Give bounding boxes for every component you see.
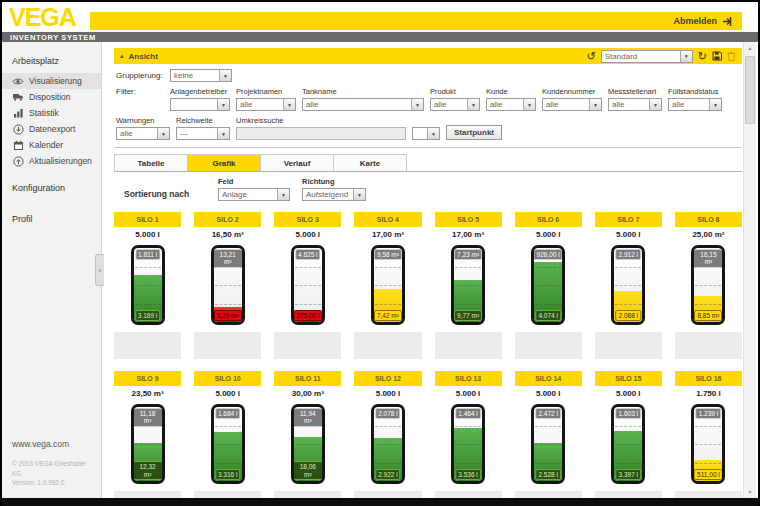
- silo-card[interactable]: SILO 9 23,50 m³ 11,18 m³ 12,32 m³: [114, 371, 181, 498]
- silo-card-footer: [515, 332, 582, 359]
- silo-fill-value: 12,32 m³: [132, 461, 163, 480]
- messstellenart-select[interactable]: alle ▼: [608, 98, 662, 111]
- sidebar-item-kalender[interactable]: Kalender: [2, 137, 101, 153]
- subtitle-text: INVENTORY SYSTEM: [2, 33, 96, 42]
- sidebar-section-profil[interactable]: Profil: [2, 214, 101, 224]
- umkreis-unit-select[interactable]: ▼: [412, 127, 440, 140]
- tank-gridline: [615, 444, 641, 445]
- silo-fill-value: 3.536 l: [455, 469, 481, 480]
- logout-button[interactable]: Abmelden: [673, 16, 717, 26]
- umkreissuche-input[interactable]: [236, 127, 406, 140]
- sidebar-item-visualisierung[interactable]: Visualisierung: [2, 73, 101, 89]
- silo-card[interactable]: SILO 15 5.000 l 1.603 l 3.397 l: [595, 371, 662, 498]
- warnungen-select[interactable]: alle ▼: [116, 127, 170, 140]
- history-icon[interactable]: ↺: [587, 51, 596, 62]
- refresh-icon[interactable]: ↻: [698, 51, 707, 62]
- tank-gridline: [135, 444, 161, 445]
- filter-panel: Gruppierung: keine ▼ Filter: Anlagenbetr…: [114, 64, 742, 148]
- silo-card[interactable]: SILO 7 5.000 l 2.912 l 2.088 l: [595, 212, 662, 359]
- silo-card[interactable]: SILO 10 5.000 l 1.684 l 3.316 l: [194, 371, 261, 498]
- fuellstandstatus-select[interactable]: alle ▼: [668, 98, 722, 111]
- silo-fill-value: 8,85 m³: [694, 310, 722, 321]
- silo-card[interactable]: SILO 1 5.000 l 1.811 l 3.189 l: [114, 212, 181, 359]
- silo-card[interactable]: SILO 14 5.000 l 2.472 l 2.528 l: [515, 371, 582, 498]
- silo-card[interactable]: SILO 13 5.000 l 1.464 l 3.536 l: [435, 371, 502, 498]
- sort-direction-select[interactable]: Aufsteigend ▼: [302, 188, 366, 201]
- silo-title: SILO 15: [595, 371, 662, 386]
- scrollbar-thumb[interactable]: [745, 56, 755, 124]
- produkt-select[interactable]: alle ▼: [430, 98, 480, 111]
- kundennummer-select[interactable]: alle ▼: [542, 98, 602, 111]
- bar-chart-icon: [12, 107, 24, 119]
- scroll-up-icon[interactable]: ▲: [744, 42, 756, 54]
- silo-fill-value: 3.397 l: [616, 469, 642, 480]
- tank-gridline: [455, 426, 481, 427]
- silo-fill-value: 3.316 l: [215, 469, 241, 480]
- silo-fill-value: 2.922 l: [375, 469, 401, 480]
- silo-card[interactable]: SILO 2 16,50 m³ 13,21 m³ 3,29 m³: [194, 212, 261, 359]
- silo-card-footer: [595, 491, 662, 498]
- silo-card[interactable]: SILO 3 5.000 l 4.625 l 375,00 l: [274, 212, 341, 359]
- website-link[interactable]: www.vega.com: [12, 439, 95, 449]
- tank-gridline: [215, 463, 241, 464]
- preset-select[interactable]: Standard ▼: [601, 50, 693, 63]
- silo-fill-value: 511,00 l: [694, 469, 723, 480]
- silo-card[interactable]: SILO 16 1.750 l 1.239 l 511,00 l: [675, 371, 742, 498]
- silo-tank: 2.912 l 2.088 l: [611, 245, 645, 325]
- scroll-down-icon[interactable]: ▼: [744, 486, 756, 498]
- silo-fill-value: 2.528 l: [535, 469, 561, 480]
- silo-tank-zone: 1.464 l 3.536 l: [435, 401, 502, 487]
- save-icon[interactable]: [712, 51, 722, 61]
- silo-card[interactable]: SILO 12 5.000 l 2.078 l 2.922 l: [354, 371, 421, 498]
- startpunkt-button[interactable]: Startpunkt: [446, 125, 502, 140]
- tank-gridline: [535, 267, 561, 268]
- tab-tabelle[interactable]: Tabelle: [114, 154, 188, 171]
- silo-card[interactable]: SILO 5 17,00 m³ 7,23 m³ 9,77 m³: [435, 212, 502, 359]
- tab-grafik[interactable]: Grafik: [187, 154, 261, 171]
- silo-fill-value: 375,00 l: [293, 310, 322, 321]
- tab-verlauf[interactable]: Verlauf: [260, 154, 334, 171]
- silo-tank: 1.684 l 3.316 l: [211, 404, 245, 484]
- sidebar-collapse-handle[interactable]: ‹: [95, 254, 104, 286]
- sidebar-item-statistik[interactable]: Statistik: [2, 105, 101, 121]
- silo-empty-value: 1.684 l: [215, 408, 241, 419]
- silo-card[interactable]: SILO 6 5.000 l 926,00 l 4.074 l: [515, 212, 582, 359]
- tank-gridline: [215, 285, 241, 286]
- sidebar-item-datenexport[interactable]: Datenexport: [2, 121, 101, 137]
- view-tabs: Tabelle Grafik Verlauf Karte: [114, 154, 742, 172]
- silo-card[interactable]: SILO 8 25,00 m³ 16,15 m³ 8,85 m³: [675, 212, 742, 359]
- silo-card-footer: [274, 491, 341, 498]
- tank-gridline: [535, 444, 561, 445]
- silo-tank: 1.239 l 511,00 l: [691, 404, 725, 484]
- silo-title: SILO 10: [194, 371, 261, 386]
- sidebar-item-disposition[interactable]: Disposition: [2, 89, 101, 105]
- chevron-down-icon: ▼: [709, 99, 721, 110]
- sidebar-section-konfiguration[interactable]: Konfiguration: [2, 183, 101, 193]
- silo-empty-value: 11,94 m³: [292, 408, 323, 427]
- silo-card[interactable]: SILO 4 17,00 m³ 9,58 m³ 7,42 m³: [354, 212, 421, 359]
- vertical-scrollbar[interactable]: ▲ ▼: [743, 42, 756, 498]
- tank-gridline: [455, 267, 481, 268]
- anlagenbetreiber-select[interactable]: ▼: [170, 98, 230, 111]
- trash-icon[interactable]: [727, 51, 736, 61]
- silo-tank-zone: 1.239 l 511,00 l: [675, 401, 742, 487]
- silo-empty-value: 13,21 m³: [212, 249, 243, 268]
- download-circle-icon: [12, 123, 24, 135]
- logout-icon[interactable]: [722, 16, 733, 27]
- silo-card[interactable]: SILO 11 30,00 m³ 11,94 m³ 18,06 m³: [274, 371, 341, 498]
- sidebar-item-aktualisierungen[interactable]: Aktualisierungen: [2, 153, 101, 169]
- preset-select-value: Standard: [602, 51, 680, 62]
- tab-karte[interactable]: Karte: [333, 154, 407, 171]
- sort-field-select[interactable]: Anlage ▼: [218, 188, 290, 201]
- view-panel-header[interactable]: ▴ Ansicht ↺ Standard ▼ ↻: [114, 48, 742, 64]
- silo-tank: 11,18 m³ 12,32 m³: [131, 404, 165, 484]
- projektnamen-select[interactable]: alle ▼: [236, 98, 296, 111]
- tankname-select[interactable]: alle ▼: [302, 98, 424, 111]
- gruppierung-select[interactable]: keine ▼: [170, 69, 232, 82]
- silo-title: SILO 3: [274, 212, 341, 227]
- tank-gridline: [215, 304, 241, 305]
- reichweite-select[interactable]: --- ▼: [176, 127, 230, 140]
- silo-capacity: 5.000 l: [515, 227, 582, 242]
- kunde-select[interactable]: alle ▼: [486, 98, 536, 111]
- silo-tank-zone: 1.684 l 3.316 l: [194, 401, 261, 487]
